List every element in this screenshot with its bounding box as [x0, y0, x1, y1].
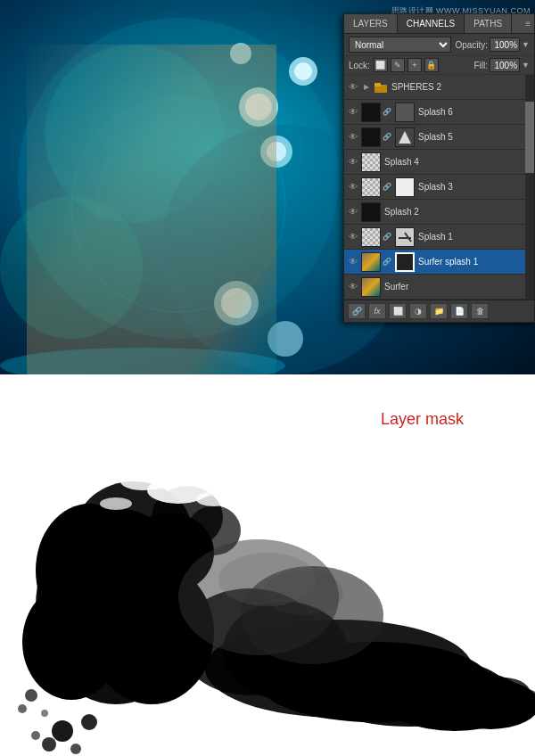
mask-label: Layer mask — [381, 410, 464, 429]
svg-point-61 — [41, 710, 48, 717]
svg-point-58 — [263, 571, 343, 615]
svg-point-27 — [22, 584, 120, 700]
thumb-splash4 — [361, 152, 381, 172]
eye-splash5[interactable]: 👁 — [347, 131, 359, 144]
svg-marker-20 — [399, 131, 411, 144]
eye-surfer-splash1[interactable]: 👁 — [347, 256, 359, 268]
lock-icons: ⬜ ✎ + 🔒 — [374, 58, 439, 72]
folder-icon-spheres2 — [374, 81, 388, 94]
layer-item-splash2[interactable]: 👁 Splash 2 — [344, 200, 534, 225]
layer-item-splash6[interactable]: 👁 🔗 Splash 6 — [344, 100, 534, 125]
photoshop-panel: LAYERS CHANNELS PATHS ≡ Normal Opacity: … — [343, 13, 535, 323]
svg-rect-17 — [27, 45, 276, 374]
lock-all-btn[interactable]: 🔒 — [424, 58, 439, 72]
opacity-label: Opacity: — [455, 40, 488, 50]
eye-splash4[interactable]: 👁 — [347, 156, 359, 168]
layer-item-splash3[interactable]: 👁 🔗 Splash 3 — [344, 175, 534, 200]
layer-name-spheres2: SPHERES 2 — [390, 82, 531, 92]
mask-splash1 — [395, 227, 415, 247]
svg-point-54 — [81, 714, 97, 730]
mask-splash5 — [395, 127, 415, 147]
thumb-splash2 — [361, 202, 381, 222]
chain-splash3[interactable]: 🔗 — [383, 181, 391, 193]
svg-point-60 — [18, 704, 27, 713]
opacity-group: Opacity: ▼ — [455, 37, 530, 52]
panel-menu-icon[interactable]: ≡ — [522, 14, 534, 33]
mask-button[interactable]: ⬜ — [389, 303, 407, 319]
tab-layers[interactable]: LAYERS — [344, 14, 398, 33]
fill-input[interactable] — [490, 58, 520, 72]
svg-point-30 — [58, 508, 138, 579]
layer-item-surfer[interactable]: 👁 Surfer — [344, 275, 534, 300]
blend-mode-select[interactable]: Normal — [349, 37, 451, 53]
panel-bottom: 🔗 fx ⬜ ◑ 📁 📄 🗑 — [344, 300, 534, 322]
adjustment-button[interactable]: ◑ — [409, 303, 427, 319]
svg-rect-19 — [374, 83, 381, 86]
layer-name-splash4: Splash 4 — [383, 157, 531, 167]
chain-surfer-splash1[interactable]: 🔗 — [383, 256, 391, 268]
opacity-input[interactable] — [490, 37, 520, 52]
chain-splash1[interactable]: 🔗 — [383, 231, 391, 243]
panel-tabs: LAYERS CHANNELS PATHS ≡ — [344, 14, 534, 34]
svg-point-45 — [100, 497, 132, 510]
eye-splash3[interactable]: 👁 — [347, 181, 359, 193]
layers-scroll: 👁 ▶ SPHERES 2 👁 🔗 Splash 6 — [344, 75, 534, 300]
layer-item-splash1[interactable]: 👁 🔗 Splash 1 — [344, 225, 534, 250]
opacity-arrow[interactable]: ▼ — [522, 40, 530, 49]
thumb-splash1 — [361, 227, 381, 247]
tab-paths[interactable]: PATHS — [465, 14, 512, 33]
layer-item-spheres2[interactable]: 👁 ▶ SPHERES 2 — [344, 75, 534, 100]
layer-item-surfer-splash1[interactable]: 👁 🔗 Surfer splash 1 — [344, 250, 534, 275]
link-button[interactable]: 🔗 — [348, 303, 366, 319]
layer-name-splash6: Splash 6 — [416, 107, 531, 117]
eye-splash6[interactable]: 👁 — [347, 106, 359, 119]
lock-fill-row: Lock: ⬜ ✎ + 🔒 Fill: ▼ — [344, 56, 534, 75]
eye-spheres2[interactable]: 👁 — [347, 81, 359, 94]
trash-button[interactable]: 🗑 — [471, 303, 489, 319]
fill-label: Fill: — [474, 61, 489, 70]
layer-item-splash4[interactable]: 👁 Splash 4 — [344, 150, 534, 175]
mask-splash3 — [395, 177, 415, 197]
thumb-surfer — [361, 277, 381, 297]
layers-list: 👁 ▶ SPHERES 2 👁 🔗 Splash 6 — [344, 75, 534, 300]
mask-surfer-splash1 — [395, 252, 415, 272]
mask-artwork — [0, 374, 535, 756]
svg-point-59 — [25, 689, 37, 702]
folder-button[interactable]: 📁 — [430, 303, 448, 319]
svg-point-53 — [31, 731, 40, 740]
layer-item-splash5[interactable]: 👁 🔗 Splash 5 — [344, 125, 534, 150]
fill-group: Fill: ▼ — [474, 58, 530, 72]
mask-splash6 — [395, 103, 415, 122]
tab-channels[interactable]: CHANNELS — [398, 14, 465, 33]
eye-surfer[interactable]: 👁 — [347, 281, 359, 293]
layer-name-surfer-splash1: Surfer splash 1 — [416, 257, 531, 267]
thumb-splash5 — [361, 127, 381, 147]
fx-button[interactable]: fx — [368, 303, 386, 319]
layer-name-splash1: Splash 1 — [416, 232, 531, 242]
top-section: 思路设计网 WWW.MISSYUAN.COM LAYERS CHANNELS P… — [0, 0, 535, 374]
thumb-splash6 — [361, 103, 381, 122]
layer-name-splash5: Splash 5 — [416, 132, 531, 142]
thumb-surfer-splash1 — [361, 252, 381, 272]
layer-name-surfer: Surfer — [383, 282, 531, 292]
lock-transparent-btn[interactable]: ⬜ — [374, 58, 388, 72]
expand-spheres2[interactable]: ▶ — [361, 82, 372, 93]
lock-label: Lock: — [349, 61, 370, 70]
svg-point-52 — [70, 744, 81, 754]
svg-point-51 — [42, 737, 56, 752]
lock-position-btn[interactable]: + — [407, 58, 422, 72]
scroll-track — [525, 75, 534, 300]
layer-name-splash3: Splash 3 — [416, 182, 531, 192]
svg-point-50 — [52, 720, 73, 742]
lock-pixels-btn[interactable]: ✎ — [391, 58, 405, 72]
layer-name-splash2: Splash 2 — [383, 207, 531, 217]
eye-splash2[interactable]: 👁 — [347, 206, 359, 218]
thumb-splash3 — [361, 177, 381, 197]
fill-arrow[interactable]: ▼ — [522, 61, 530, 70]
chain-splash5[interactable]: 🔗 — [383, 131, 391, 144]
eye-splash1[interactable]: 👁 — [347, 231, 359, 243]
new-layer-button[interactable]: 📄 — [450, 303, 468, 319]
svg-point-7 — [294, 62, 312, 80]
scroll-thumb[interactable] — [525, 102, 534, 173]
chain-splash6[interactable]: 🔗 — [383, 106, 391, 119]
